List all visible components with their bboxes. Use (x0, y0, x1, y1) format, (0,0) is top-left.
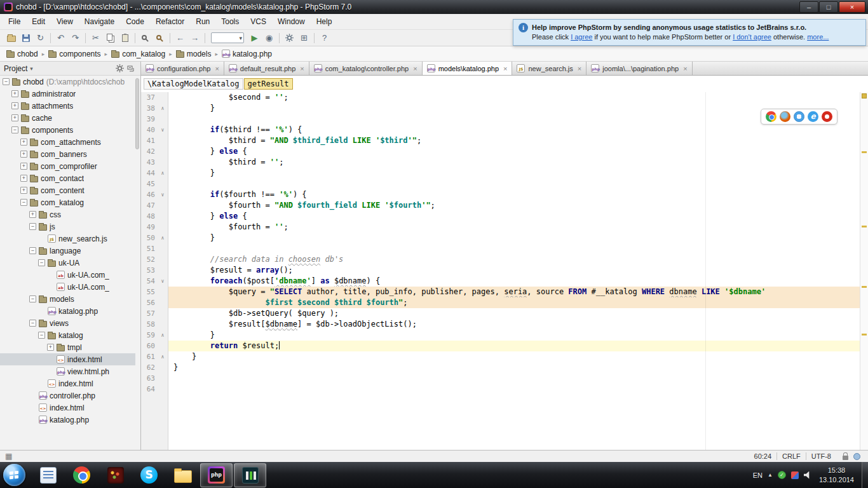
tab-models-katalog-php[interactable]: models\katalog.php× (423, 62, 513, 75)
tab-close-icon[interactable]: × (578, 65, 581, 72)
fold-icon[interactable]: ∨ (158, 189, 168, 200)
tab-close-icon[interactable]: × (413, 65, 417, 72)
line-number[interactable]: 48 (141, 211, 158, 222)
tree-indent[interactable] (47, 368, 54, 375)
expand-toggle[interactable]: + (20, 187, 27, 194)
taskbar-app-chrome[interactable] (65, 463, 98, 487)
start-button[interactable] (3, 464, 25, 486)
line-number[interactable]: 40 (141, 125, 158, 135)
line-number[interactable]: 38 (141, 103, 158, 114)
code-editor[interactable]: 37 $second = '';38∧ }3940∨ if($third !==… (141, 92, 868, 450)
line-number[interactable]: 53 (141, 265, 158, 276)
tree-item[interactable]: +com_content (0, 184, 135, 196)
tree-item[interactable]: +com_banners (0, 148, 135, 160)
tree-indent[interactable] (47, 356, 54, 363)
more-link[interactable]: more... (807, 33, 829, 41)
line-number[interactable]: 51 (141, 243, 158, 254)
fold-icon[interactable]: ∨ (158, 125, 168, 135)
tree-item[interactable]: +attachments (0, 100, 135, 112)
forward-icon[interactable]: → (187, 31, 202, 44)
tab-new-search-js[interactable]: new_search.js× (512, 62, 587, 75)
expand-toggle[interactable]: + (47, 344, 54, 351)
collapse-all-icon[interactable] (125, 65, 137, 72)
tree-item[interactable]: katalog.php (0, 414, 135, 426)
hidden-icons-button[interactable]: ▲ (768, 472, 773, 478)
menu-refactor[interactable]: Refactor (150, 15, 190, 29)
expand-toggle[interactable]: + (29, 211, 36, 218)
line-number[interactable]: 62 (141, 362, 158, 373)
tree-indent[interactable] (47, 271, 54, 278)
taskbar-app-greenapp[interactable] (234, 463, 266, 487)
save-icon[interactable] (18, 31, 33, 44)
tree-indent[interactable] (38, 380, 45, 387)
tab-default-result-php[interactable]: default_result.php× (224, 62, 309, 75)
taskbar-app-phpstorm[interactable] (200, 463, 233, 487)
fold-icon[interactable]: ∧ (158, 233, 168, 243)
tab-close-icon[interactable]: × (215, 65, 219, 72)
tray-language[interactable]: EN (753, 471, 763, 479)
tree-item[interactable]: index.html (0, 402, 135, 414)
tree-item[interactable]: −chobd (D:\xampp\htdocs\chob (0, 76, 135, 88)
run-config-select[interactable]: ▾ (211, 32, 244, 43)
tree-item[interactable]: uk-UA.com_ (0, 269, 135, 281)
expand-toggle[interactable]: + (20, 175, 27, 182)
tree-item[interactable]: view.html.ph (0, 365, 135, 377)
line-number[interactable]: 57 (141, 308, 158, 319)
line-number[interactable]: 63 (141, 373, 158, 384)
line-number[interactable]: 52 (141, 254, 158, 265)
menu-edit[interactable]: Edit (26, 15, 51, 29)
line-number[interactable]: 60 (141, 341, 158, 351)
opera-icon[interactable] (822, 111, 832, 122)
tree-indent[interactable] (29, 416, 36, 423)
inspection-profile-icon[interactable] (853, 453, 860, 460)
tab-com-katalog-controller-php[interactable]: com_katalog\controller.php× (309, 62, 423, 75)
tree-item[interactable]: −com_katalog (0, 196, 135, 208)
tree-item[interactable]: +tmpl (0, 341, 135, 353)
menu-code[interactable]: Code (120, 15, 150, 29)
expand-toggle[interactable]: + (20, 139, 27, 146)
safari-icon[interactable] (794, 111, 804, 122)
tree-item[interactable]: +com_comprofiler (0, 160, 135, 172)
line-number[interactable]: 64 (141, 384, 158, 395)
warning-stripe-mark[interactable] (862, 151, 867, 153)
expand-toggle[interactable]: − (20, 199, 27, 206)
line-number[interactable]: 59 (141, 330, 158, 341)
tray-clock[interactable]: 15:38 13.10.2014 (819, 466, 854, 484)
context-class[interactable]: \KatalogModelKatalog (144, 78, 243, 90)
minimize-button[interactable]: – (799, 1, 818, 13)
expand-toggle[interactable]: − (38, 259, 45, 266)
cut-icon[interactable]: ✂ (88, 31, 103, 44)
tree-item[interactable]: −js (0, 220, 135, 233)
tree-item[interactable]: +cache (0, 112, 135, 124)
close-button[interactable]: × (839, 1, 865, 13)
line-number[interactable]: 47 (141, 200, 158, 211)
line-separator-indicator[interactable]: CRLF (777, 452, 806, 460)
encoding-indicator[interactable]: UTF-8 (806, 452, 836, 460)
expand-toggle[interactable]: − (29, 295, 36, 302)
tree-scrollbar-thumb[interactable] (135, 78, 139, 149)
expand-toggle[interactable]: − (29, 223, 36, 230)
menu-view[interactable]: View (51, 15, 79, 29)
warning-stripe-mark[interactable] (862, 334, 867, 336)
menu-navigate[interactable]: Navigate (79, 15, 120, 29)
line-number[interactable]: 45 (141, 179, 158, 189)
tab-close-icon[interactable]: × (300, 65, 304, 72)
breadcrumb-item[interactable]: katalog.php (220, 50, 273, 58)
show-desktop-button[interactable] (862, 462, 868, 488)
menu-vcs[interactable]: VCS (245, 15, 272, 29)
tree-item[interactable]: index.html (0, 377, 135, 390)
back-icon[interactable]: ← (173, 31, 187, 44)
breadcrumb-item[interactable]: chobd (5, 50, 39, 58)
expand-toggle[interactable]: − (29, 320, 36, 327)
expand-toggle[interactable]: − (11, 126, 18, 133)
error-stripe[interactable] (860, 92, 868, 450)
run-icon[interactable]: ▶ (247, 31, 262, 44)
line-number[interactable]: 50 (141, 233, 158, 243)
tree-indent[interactable] (38, 235, 45, 242)
tree-item[interactable]: +com_attachments (0, 136, 135, 148)
taskbar-app-skype[interactable] (133, 463, 165, 487)
tree-item[interactable]: controller.php (0, 390, 135, 402)
tree-item[interactable]: katalog.php (0, 305, 135, 317)
line-number[interactable]: 37 (141, 92, 158, 103)
help-icon[interactable]: ? (317, 31, 332, 44)
